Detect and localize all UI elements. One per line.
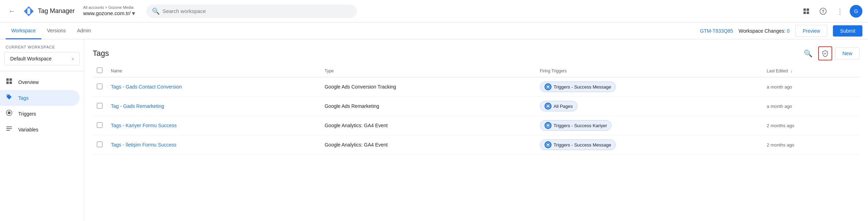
header-right: ? ⋮ G <box>799 4 862 18</box>
sidebar-item-overview[interactable]: Overview <box>0 74 80 90</box>
tab-versions[interactable]: Versions <box>41 22 72 39</box>
svg-rect-16 <box>6 126 12 127</box>
tab-admin[interactable]: Admin <box>71 22 96 39</box>
tag-type-cell-3: Google Analytics: GA4 Event <box>320 116 535 135</box>
row-checkbox-1[interactable] <box>97 84 102 89</box>
sidebar-item-label-overview: Overview <box>18 79 39 85</box>
trigger-chip-icon-3 <box>545 122 552 129</box>
svg-point-26 <box>547 144 549 146</box>
tag-type-cell-2: Google Ads Remarketing <box>320 97 535 116</box>
search-bar[interactable]: 🔍 <box>146 5 357 18</box>
main-layout: CURRENT WORKSPACE Default Workspace › Ov… <box>0 39 868 221</box>
breadcrumb: All accounts > Gozone Media www.gozone.c… <box>83 5 135 17</box>
trigger-chip-2[interactable]: All Pages <box>540 101 577 111</box>
all-accounts-link[interactable]: All accounts <box>83 5 104 9</box>
sort-arrow-icon: ↓ <box>790 69 793 73</box>
row-checkbox-2[interactable] <box>97 103 102 109</box>
last-edited-column-header[interactable]: Last Edited ↓ <box>762 65 860 77</box>
row-checkbox-4[interactable] <box>97 142 102 147</box>
trigger-chip-label-2: All Pages <box>554 104 573 109</box>
preview-button[interactable]: Preview <box>795 25 828 37</box>
page-title: Tags <box>93 49 109 58</box>
select-all-header <box>93 65 107 77</box>
more-button[interactable]: ⋮ <box>833 4 847 18</box>
sidebar-item-triggers[interactable]: Triggers <box>0 106 80 122</box>
svg-point-15 <box>8 111 11 114</box>
workspace-changes-label: Workspace Changes: <box>739 28 786 34</box>
trigger-chip-4[interactable]: Triggers - Success Message <box>540 139 616 150</box>
tags-table: Name Type Firing Triggers Last Edited ↓ <box>93 65 860 155</box>
table-row: Tags - Gads Contact Conversion Google Ad… <box>93 77 860 97</box>
last-edited-cell-3: 2 months ago <box>762 116 860 135</box>
back-button[interactable]: ← <box>6 5 18 18</box>
svg-point-13 <box>7 95 8 96</box>
trigger-chip-3[interactable]: Triggers - Success Kariyer <box>540 120 612 131</box>
firing-triggers-column-header: Firing Triggers <box>536 65 763 77</box>
workspace-changes-count[interactable]: 0 <box>787 28 790 34</box>
tag-name-link-1[interactable]: Tags - Gads Contact Conversion <box>111 84 182 90</box>
trigger-chip-icon-1 <box>545 83 552 90</box>
tag-name-cell-1: Tags - Gads Contact Conversion <box>107 77 320 97</box>
overview-icon <box>6 78 13 86</box>
sidebar-item-variables[interactable]: Variables <box>0 122 80 137</box>
new-button[interactable]: New <box>835 47 860 59</box>
svg-text:?: ? <box>822 9 824 14</box>
select-all-checkbox[interactable] <box>97 67 102 73</box>
svg-rect-12 <box>9 82 12 84</box>
submit-button[interactable]: Submit <box>833 25 862 37</box>
type-column-header: Type <box>320 65 535 77</box>
tag-name-cell-4: Tags - İletişim Formu Success <box>107 135 320 155</box>
tag-name-cell-3: Tags - Kariyer Formu Success <box>107 116 320 135</box>
last-edited-cell-2: a month ago <box>762 97 860 116</box>
trigger-chip-1[interactable]: Triggers - Success Message <box>540 82 616 92</box>
content-header: Tags 🔍 New <box>84 39 868 65</box>
tag-type-cell-4: Google Analytics: GA4 Event <box>320 135 535 155</box>
current-property: www.gozone.com.tr/ <box>83 10 131 16</box>
workspace-chevron-icon: › <box>72 56 74 61</box>
workspace-changes: Workspace Changes: 0 <box>739 28 789 34</box>
svg-rect-10 <box>9 78 12 81</box>
workspace-selector[interactable]: Default Workspace › <box>4 52 80 65</box>
triggers-icon <box>6 109 13 118</box>
search-icon: 🔍 <box>152 7 160 15</box>
svg-point-22 <box>547 105 549 107</box>
tag-triggers-cell-3: Triggers - Success Kariyer <box>536 116 763 135</box>
avatar[interactable]: G <box>850 5 862 18</box>
name-column-header: Name <box>107 65 320 77</box>
app-title: Tag Manager <box>38 7 75 15</box>
tag-triggers-cell-2: All Pages <box>536 97 763 116</box>
content-search-button[interactable]: 🔍 <box>801 46 815 60</box>
sidebar-item-tags[interactable]: Tags <box>0 90 80 106</box>
row-checkbox-3[interactable] <box>97 122 102 128</box>
row-checkbox-cell-1 <box>93 77 107 97</box>
nav-right: GTM-T833Q85 Workspace Changes: 0 Preview… <box>700 25 862 37</box>
row-checkbox-cell-3 <box>93 116 107 135</box>
help-button[interactable]: ? <box>816 4 830 18</box>
tag-name-link-4[interactable]: Tags - İletişim Formu Success <box>111 142 176 148</box>
svg-rect-3 <box>803 8 806 11</box>
search-input[interactable] <box>162 8 351 14</box>
gtm-id[interactable]: GTM-T833Q85 <box>700 28 733 34</box>
tag-name-link-2[interactable]: Tag - Gads Remarketing <box>111 103 164 109</box>
tab-workspace[interactable]: Workspace <box>6 22 41 39</box>
breadcrumb-sep: > <box>105 5 108 9</box>
breadcrumb-current[interactable]: www.gozone.com.tr/ ▾ <box>83 9 135 17</box>
account-link[interactable]: Gozone Media <box>108 5 134 9</box>
tag-type-cell-1: Google Ads Conversion Tracking <box>320 77 535 97</box>
sidebar-item-label-tags: Tags <box>18 95 29 101</box>
row-checkbox-cell-2 <box>93 97 107 116</box>
tag-name-link-3[interactable]: Tags - Kariyer Formu Success <box>111 123 177 128</box>
logo-area[interactable]: Tag Manager <box>22 5 75 18</box>
shield-button[interactable] <box>818 46 832 60</box>
search-content-icon: 🔍 <box>804 49 813 58</box>
svg-rect-2 <box>27 8 30 14</box>
sidebar-item-label-triggers: Triggers <box>18 111 36 117</box>
apps-button[interactable] <box>799 4 813 18</box>
current-workspace-label: CURRENT WORKSPACE <box>0 45 84 52</box>
table-row: Tags - Kariyer Formu Success Google Anal… <box>93 116 860 135</box>
svg-rect-17 <box>6 128 12 129</box>
sidebar-divider <box>0 71 84 71</box>
svg-rect-11 <box>6 82 9 84</box>
last-edited-cell-4: 2 months ago <box>762 135 860 155</box>
variables-icon <box>6 125 13 134</box>
